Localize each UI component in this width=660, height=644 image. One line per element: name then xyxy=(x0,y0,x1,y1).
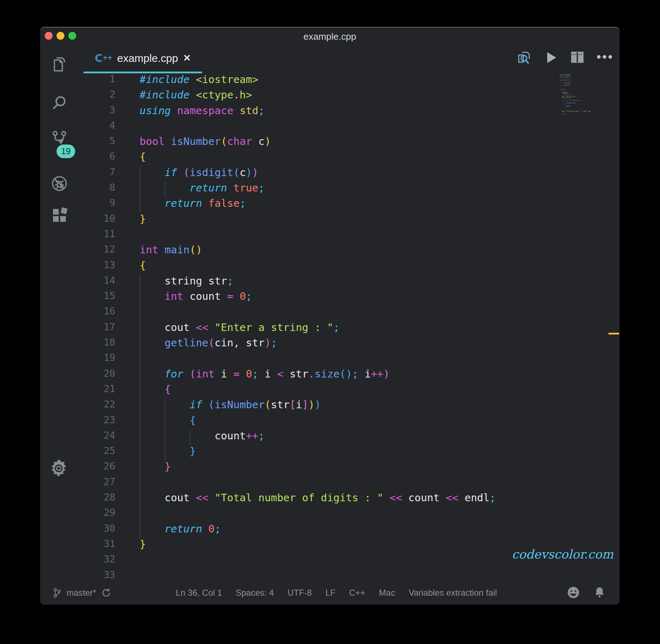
line-number: 20 xyxy=(76,368,115,383)
status-item[interactable]: LF xyxy=(325,588,335,598)
status-item[interactable]: Variables extraction fail xyxy=(409,588,497,598)
code-line: #include <ctype.h> xyxy=(140,89,496,104)
line-number: 22 xyxy=(76,399,115,414)
line-number: 26 xyxy=(76,460,115,476)
minimap-content: #include <iostream>#include <ctype.h>usi… xyxy=(560,74,563,119)
code-lines: #include <iostream>#include <ctype.h>usi… xyxy=(140,73,496,581)
code-line xyxy=(140,476,496,492)
code-line xyxy=(140,352,496,367)
line-number: 4 xyxy=(76,120,115,135)
split-editor-icon[interactable] xyxy=(570,50,585,65)
line-number: 31 xyxy=(76,538,115,553)
code-line: { xyxy=(140,259,496,275)
git-branch-icon[interactable] xyxy=(52,587,62,598)
code-line: return false; xyxy=(140,197,496,213)
line-number: 11 xyxy=(76,228,115,244)
line-number: 8 xyxy=(76,182,115,197)
line-number: 19 xyxy=(76,352,115,367)
vscode-window: example.cpp 19 xyxy=(40,27,620,604)
line-number: 13 xyxy=(76,259,115,275)
line-number: 32 xyxy=(76,553,115,569)
line-number: 28 xyxy=(76,492,115,507)
source-control-badge: 19 xyxy=(57,145,75,158)
source-control-icon[interactable] xyxy=(51,130,68,145)
line-number: 12 xyxy=(76,244,115,259)
gutter: 1234567891011121314151617181920212223242… xyxy=(76,73,115,581)
code-line: cout << "Enter a string : "; xyxy=(140,321,496,337)
line-number: 7 xyxy=(76,166,115,182)
sync-icon[interactable] xyxy=(101,588,111,598)
run-icon[interactable] xyxy=(544,50,558,65)
code-line: count++; xyxy=(140,430,496,445)
line-number: 17 xyxy=(76,321,115,337)
overview-ruler-modified-mark xyxy=(608,333,619,335)
tab-example-cpp[interactable]: C++ example.cpp ✕ xyxy=(83,43,202,73)
line-number: 21 xyxy=(76,383,115,399)
code-line: string str; xyxy=(140,275,496,290)
code-line: using namespace std; xyxy=(140,104,496,120)
line-number: 27 xyxy=(76,476,115,492)
line-number: 1 xyxy=(76,73,115,89)
line-number: 10 xyxy=(76,213,115,228)
code-line: int count = 0; xyxy=(140,290,496,306)
search-icon[interactable] xyxy=(51,94,68,111)
watermark: codevscolor.com xyxy=(512,547,613,561)
feedback-smiley-icon[interactable] xyxy=(567,586,580,599)
window-title: example.cpp xyxy=(40,31,620,42)
more-actions-icon[interactable] xyxy=(597,55,612,59)
tab-label: example.cpp xyxy=(117,52,178,64)
code-line: } xyxy=(140,213,496,228)
code-line xyxy=(140,507,496,522)
extensions-icon[interactable] xyxy=(51,207,68,224)
code-line xyxy=(140,120,496,135)
code-line: { xyxy=(140,414,496,430)
code-line xyxy=(140,306,496,321)
code-line: { xyxy=(140,151,496,166)
status-item[interactable]: Ln 36, Col 1 xyxy=(176,588,222,598)
code-line: return true; xyxy=(140,182,496,197)
line-number: 23 xyxy=(76,414,115,430)
code-line xyxy=(140,228,496,244)
explorer-icon[interactable] xyxy=(51,56,68,73)
status-item[interactable]: UTF-8 xyxy=(287,588,312,598)
line-number: 3 xyxy=(76,104,115,120)
debug-disabled-icon[interactable] xyxy=(51,175,68,192)
git-branch-label[interactable]: master* xyxy=(67,588,96,598)
code-line: { xyxy=(140,383,496,399)
cpp-icon: C++ xyxy=(95,52,112,64)
code-line: if (isNumber(str[i])) xyxy=(140,399,496,414)
status-item[interactable]: C++ xyxy=(349,588,365,598)
code-line: } xyxy=(140,538,496,553)
code-line xyxy=(560,118,563,119)
code-line xyxy=(140,553,496,569)
code-line: return 0; xyxy=(140,523,496,538)
code-line: if (isdigit(c)) xyxy=(140,166,496,182)
status-item[interactable]: Mac xyxy=(379,588,395,598)
status-items: Ln 36, Col 1Spaces: 4UTF-8LFC++MacVariab… xyxy=(176,581,497,605)
line-number: 2 xyxy=(76,89,115,104)
line-number: 14 xyxy=(76,275,115,290)
code-line: #include <iostream> xyxy=(140,73,496,89)
open-preview-icon[interactable] xyxy=(516,50,532,65)
code-editor[interactable]: 1234567891011121314151617181920212223242… xyxy=(76,73,620,581)
line-number: 25 xyxy=(76,445,115,460)
line-number: 15 xyxy=(76,290,115,306)
line-number: 18 xyxy=(76,337,115,352)
status-item[interactable]: Spaces: 4 xyxy=(236,588,274,598)
minimap[interactable]: #include <iostream>#include <ctype.h>usi… xyxy=(560,74,601,126)
code-line: bool isNumber(char c) xyxy=(140,135,496,151)
line-number: 30 xyxy=(76,523,115,538)
line-number: 5 xyxy=(76,135,115,151)
code-line: } xyxy=(140,445,496,460)
tab-close-icon[interactable]: ✕ xyxy=(183,53,191,64)
line-number: 6 xyxy=(76,151,115,166)
line-number: 24 xyxy=(76,430,115,445)
line-number: 9 xyxy=(76,197,115,213)
notifications-bell-icon[interactable] xyxy=(593,586,606,599)
line-number: 33 xyxy=(76,569,115,581)
code-line: getline(cin, str); xyxy=(140,337,496,352)
settings-gear-icon[interactable] xyxy=(49,459,68,478)
line-number: 29 xyxy=(76,507,115,522)
line-number: 16 xyxy=(76,306,115,321)
code-line: } xyxy=(140,460,496,476)
